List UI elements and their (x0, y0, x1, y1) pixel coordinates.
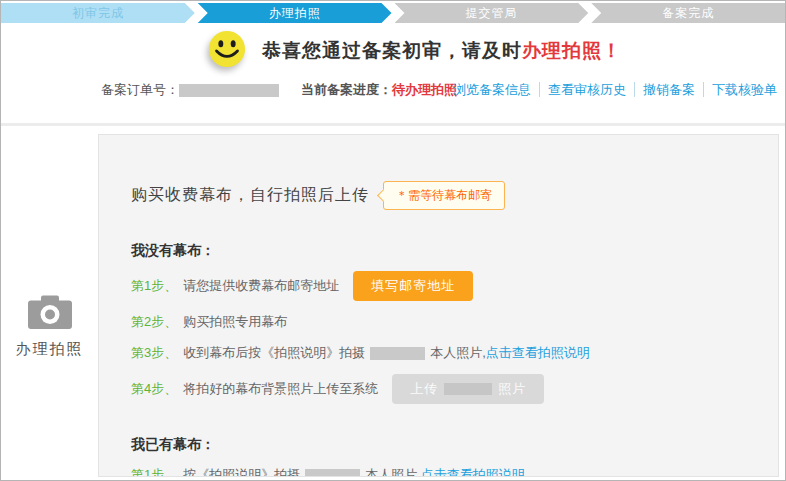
filing-status-label: 当前备案进度： (301, 82, 392, 97)
redacted-person-name (370, 347, 425, 360)
step-text: 本人照片, (365, 466, 421, 477)
redacted-order-number (179, 84, 279, 97)
progress-step-submit-authority: 提交管局 (395, 3, 589, 23)
step-text: 请您提供收费幕布邮寄地址 (183, 277, 339, 295)
link-cancel-filing[interactable]: 撤销备案 (634, 82, 695, 97)
step-text: 按《拍照说明》拍摄 (183, 466, 300, 477)
smiley-face-icon (208, 30, 246, 72)
link-download-verification-sheet[interactable]: 下载核验单 (703, 82, 777, 97)
congrats-banner: 恭喜您通过备案初审，请及时办理拍照！ (208, 30, 622, 72)
upload-button-suffix: 照片 (498, 380, 526, 398)
congrats-title-highlight: 办理拍照！ (522, 40, 622, 61)
progress-step-filing-complete: 备案完成 (591, 3, 785, 23)
step-number: 第2步、 (131, 313, 177, 331)
congrats-title-text: 恭喜您通过备案初审，请及时 (262, 40, 522, 61)
intro-row: 购买收费幕布，自行拍照后上传 ＊需等待幕布邮寄 (131, 181, 778, 210)
congrats-title: 恭喜您通过备案初审，请及时办理拍照！ (262, 38, 622, 64)
no-curtain-step-4: 第4步、 将拍好的幕布背景照片上传至系统 上传 照片 (131, 374, 778, 404)
redacted-person-name (444, 383, 492, 395)
step-text: 本人照片, (430, 344, 486, 362)
order-number: 备案订单号： (101, 81, 279, 99)
filing-status: 当前备案进度：待办理拍照 (301, 81, 457, 99)
step-number: 第4步、 (131, 380, 177, 398)
fill-mailing-address-button[interactable]: 填写邮寄地址 (353, 271, 473, 301)
main-panel: 购买收费幕布，自行拍照后上传 ＊需等待幕布邮寄 我没有幕布： 第1步、 请您提供… (98, 134, 779, 477)
header-links: 浏览备案信息查看审核历史撤销备案下载核验单 (453, 81, 777, 99)
camera-icon (27, 294, 73, 330)
no-curtain-step-2: 第2步、 购买拍照专用幕布 (131, 312, 778, 332)
have-curtain-step-1: 第1步、 按《拍照说明》拍摄 本人照片, 点击查看拍照说明 (131, 465, 778, 477)
step-number: 第3步、 (131, 344, 177, 362)
sidebar: 办理拍照 (1, 126, 98, 480)
header: 恭喜您通过备案初审，请及时办理拍照！ 备案订单号： 当前备案进度：待办理拍照 浏… (1, 23, 785, 123)
step-text: 购买拍照专用幕布 (183, 313, 287, 331)
step-number: 第1步、 (131, 277, 177, 295)
section-have-curtain-heading: 我已有幕布： (131, 436, 778, 454)
step-text: 将拍好的幕布背景照片上传至系统 (183, 380, 378, 398)
section-no-curtain-heading: 我没有幕布： (131, 242, 778, 260)
no-curtain-step-3: 第3步、 收到幕布后按《拍照说明》拍摄 本人照片, 点击查看拍照说明 (131, 343, 778, 363)
intro-text: 购买收费幕布，自行拍照后上传 (131, 185, 369, 206)
upload-photo-button-disabled: 上传 照片 (392, 374, 544, 404)
wait-curtain-mailing-badge: ＊需等待幕布邮寄 (383, 181, 505, 210)
progress-step-take-photo: 办理拍照 (198, 3, 392, 23)
sidebar-label: 办理拍照 (1, 340, 98, 359)
step-text: 收到幕布后按《拍照说明》拍摄 (183, 344, 365, 362)
sidebar-photo-step: 办理拍照 (1, 294, 98, 359)
filing-page: 初审完成 办理拍照 提交管局 备案完成 恭喜您通过备案初审，请及时办理拍照！ 备… (0, 0, 786, 481)
filing-status-value: 待办理拍照 (392, 82, 457, 97)
link-view-review-history[interactable]: 查看审核历史 (539, 82, 626, 97)
progress-bar: 初审完成 办理拍照 提交管局 备案完成 (1, 3, 785, 23)
order-number-label: 备案订单号： (101, 81, 179, 99)
progress-step-initial-review-done: 初审完成 (1, 3, 195, 23)
upload-button-prefix: 上传 (410, 380, 438, 398)
step-number: 第1步、 (131, 466, 177, 477)
filing-meta-row: 备案订单号： 当前备案进度：待办理拍照 浏览备案信息查看审核历史撤销备案下载核验… (1, 81, 785, 99)
no-curtain-step-1: 第1步、 请您提供收费幕布邮寄地址 填写邮寄地址 (131, 271, 778, 301)
body: 办理拍照 购买收费幕布，自行拍照后上传 ＊需等待幕布邮寄 我没有幕布： 第1步、… (1, 126, 785, 480)
redacted-person-name (305, 469, 360, 478)
link-browse-filing-info[interactable]: 浏览备案信息 (453, 82, 531, 97)
view-photo-instructions-link[interactable]: 点击查看拍照说明 (486, 344, 590, 362)
view-photo-instructions-link[interactable]: 点击查看拍照说明 (421, 466, 525, 477)
